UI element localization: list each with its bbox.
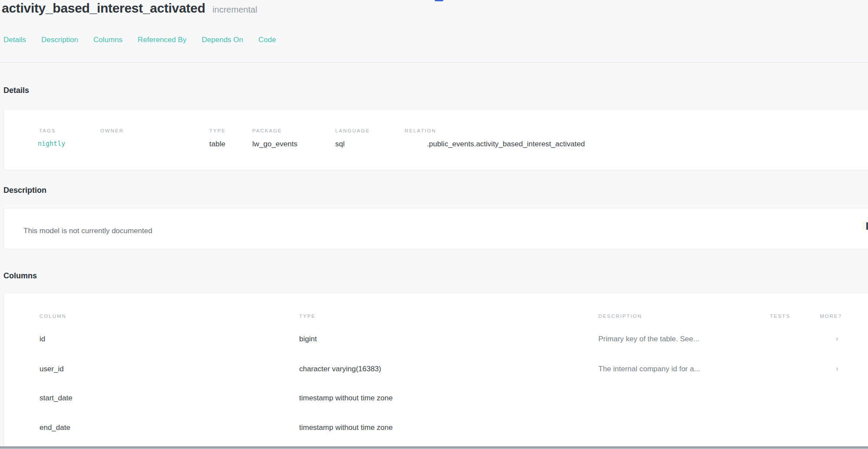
tab-depends-on[interactable]: Depends On xyxy=(202,36,243,44)
dbt-docs-model-page: activity_based_interest_activated increm… xyxy=(0,0,868,449)
expand-chevron-icon[interactable]: › xyxy=(836,335,838,343)
header-description: DESCRIPTION xyxy=(598,314,642,319)
tab-details[interactable]: Details xyxy=(3,36,26,44)
type-value: table xyxy=(209,140,225,149)
column-name: start_date xyxy=(40,394,73,403)
column-name: user_id xyxy=(40,365,64,373)
column-type: timestamp without time zone xyxy=(299,394,393,403)
column-row-user-id[interactable]: user_id character varying(16383) The int… xyxy=(4,365,868,386)
package-label: PACKAGE xyxy=(252,128,282,133)
header-column: COLUMN xyxy=(40,314,66,319)
expand-chevron-icon[interactable]: › xyxy=(836,365,838,373)
materialization-badge: incremental xyxy=(212,5,257,14)
details-card: TAGS nightly OWNER TYPE table PACKAGE lw… xyxy=(3,109,868,170)
language-label: LANGUAGE xyxy=(335,128,370,133)
column-description: Primary key of the table. See... xyxy=(598,335,699,343)
column-description: The internal company id for a... xyxy=(598,365,700,373)
header-more: MORE? xyxy=(820,314,842,319)
column-row-start-date[interactable]: start_date timestamp without time zone xyxy=(4,394,868,415)
section-nav: Details Description Columns Referenced B… xyxy=(3,36,276,44)
column-type: bigint xyxy=(299,335,317,343)
columns-section-heading: Columns xyxy=(3,271,37,281)
details-section-heading: Details xyxy=(3,86,29,95)
description-section-heading: Description xyxy=(3,186,46,195)
relation-value: .public_events.activity_based_interest_a… xyxy=(427,140,585,149)
tags-label: TAGS xyxy=(39,128,56,133)
columns-card: COLUMN TYPE DESCRIPTION TESTS MORE? id b… xyxy=(3,293,868,449)
tab-columns[interactable]: Columns xyxy=(93,36,122,44)
column-type: timestamp without time zone xyxy=(299,423,393,432)
column-row-end-date[interactable]: end_date timestamp without time zone xyxy=(4,423,868,444)
clipped-top-element xyxy=(435,0,443,1)
tab-code[interactable]: Code xyxy=(258,36,276,44)
relation-label: RELATION xyxy=(405,128,436,133)
owner-label: OWNER xyxy=(100,128,124,133)
type-label: TYPE xyxy=(209,128,226,133)
description-text: This model is not currently documented xyxy=(23,227,152,235)
column-row-id[interactable]: id bigint Primary key of the table. See.… xyxy=(4,335,868,356)
clipped-right-element xyxy=(866,222,868,230)
page-header: activity_based_interest_activated increm… xyxy=(2,1,257,16)
page-title: activity_based_interest_activated xyxy=(2,1,205,15)
header-tests: TESTS xyxy=(770,314,790,319)
columns-table-header: COLUMN TYPE DESCRIPTION TESTS MORE? xyxy=(4,314,868,322)
header-divider xyxy=(0,62,868,63)
column-type: character varying(16383) xyxy=(299,365,381,373)
column-name: id xyxy=(40,335,45,343)
tag-nightly[interactable]: nightly xyxy=(38,140,65,148)
language-value: sql xyxy=(335,140,345,149)
package-value: lw_go_events xyxy=(252,140,297,149)
description-card: This model is not currently documented xyxy=(3,208,868,249)
header-type: TYPE xyxy=(299,314,316,319)
tab-referenced-by[interactable]: Referenced By xyxy=(138,36,186,44)
tab-description[interactable]: Description xyxy=(41,36,78,44)
column-name: end_date xyxy=(40,423,70,432)
